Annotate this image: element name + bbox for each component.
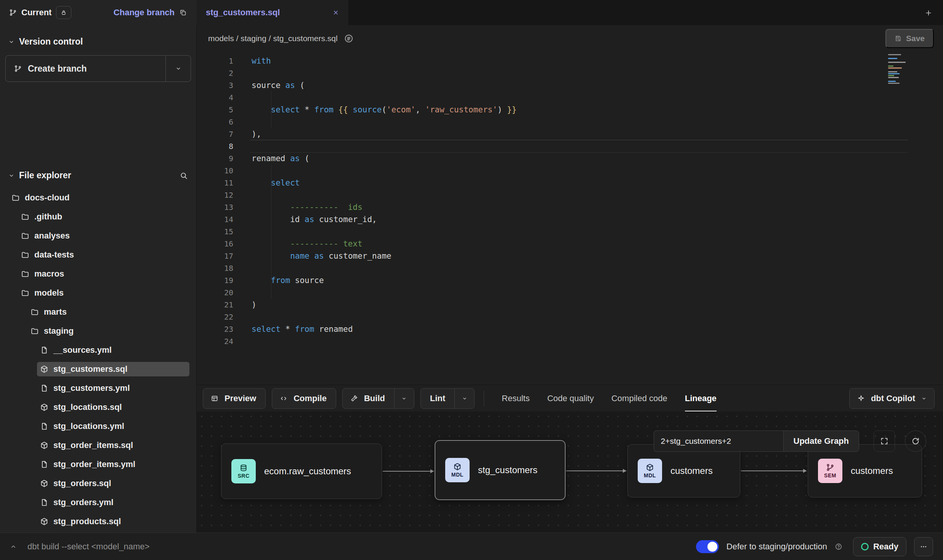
create-branch-dropdown[interactable]	[165, 56, 191, 82]
lineage-selector-input[interactable]	[654, 430, 783, 452]
tab-compiled-code[interactable]: Compiled code	[611, 385, 667, 412]
code-line[interactable]: 6	[197, 116, 943, 128]
line-number: 13	[197, 201, 233, 213]
code-line[interactable]: 20	[197, 286, 943, 299]
more-options-button[interactable]	[914, 537, 933, 556]
lint-dropdown[interactable]	[454, 389, 474, 408]
compile-button[interactable]: Compile	[272, 388, 336, 409]
copy-icon[interactable]	[179, 9, 187, 16]
cube-icon	[40, 403, 48, 411]
code-line[interactable]: 16 ---------- text	[197, 238, 943, 250]
code-line[interactable]: 12	[197, 189, 943, 201]
file-status-icon[interactable]	[344, 34, 354, 43]
code-line[interactable]: 18	[197, 262, 943, 274]
tree-item-content: stg_order_items.yml	[37, 457, 189, 472]
create-branch-main[interactable]: Create branch	[6, 56, 165, 82]
tab-code-quality[interactable]: Code quality	[547, 385, 594, 412]
lineage-node-customers[interactable]: SEMcustomers	[808, 444, 922, 498]
current-branch-label[interactable]: Current	[21, 8, 51, 18]
code-line[interactable]: 17 name as customer_name	[197, 250, 943, 262]
minimap-line	[888, 81, 896, 82]
code-editor[interactable]: 1with23source as (45 select * from {{ so…	[197, 52, 943, 385]
ready-status[interactable]: Ready	[853, 537, 906, 556]
tree-item-stg-products-sql[interactable]: stg_products.sql	[0, 512, 196, 531]
tree-item-staging[interactable]: staging	[0, 322, 196, 341]
defer-toggle[interactable]	[696, 540, 719, 553]
node-label: customers	[670, 466, 713, 476]
code-line[interactable]: 13 ---------- ids	[197, 201, 943, 213]
lineage-node-customers[interactable]: MDLcustomers	[627, 444, 740, 498]
tab-lineage[interactable]: Lineage	[685, 385, 717, 412]
preview-button[interactable]: Preview	[203, 388, 266, 409]
code-line[interactable]: 8	[197, 140, 943, 152]
build-button[interactable]: Build	[343, 389, 394, 408]
minimap[interactable]	[888, 54, 910, 84]
code-line[interactable]: 5 select * from {{ source('ecom', 'raw_c…	[197, 104, 943, 116]
refresh-button[interactable]	[905, 430, 926, 452]
folder-icon	[21, 270, 29, 278]
code-line[interactable]: 3source as (	[197, 79, 943, 91]
tree-item-stg-customers-sql[interactable]: stg_customers.sql	[0, 360, 196, 379]
command-input[interactable]: dbt build --select <model_name>	[27, 542, 149, 552]
copilot-sparkle-icon	[857, 395, 865, 402]
code-line[interactable]: 4	[197, 91, 943, 104]
tree-item-stg-locations-yml[interactable]: stg_locations.yml	[0, 417, 196, 436]
line-number: 23	[197, 323, 233, 335]
new-tab-button[interactable]	[921, 5, 936, 21]
help-icon[interactable]	[835, 543, 842, 550]
lint-button[interactable]: Lint	[421, 389, 454, 408]
tree-item-label: stg_customers.yml	[53, 383, 130, 393]
save-button[interactable]: Save	[885, 29, 934, 48]
code-line[interactable]: 24	[197, 335, 943, 347]
tree-item-analyses[interactable]: analyses	[0, 226, 196, 245]
code-line[interactable]: 2	[197, 67, 943, 79]
search-icon[interactable]	[180, 171, 188, 180]
plus-icon	[925, 9, 932, 17]
code-line[interactable]: 10	[197, 165, 943, 177]
dbt-copilot-button[interactable]: dbt Copilot	[849, 388, 935, 409]
code-line[interactable]: 15	[197, 226, 943, 238]
code-line[interactable]: 7),	[197, 128, 943, 140]
version-control-header[interactable]: Version control	[0, 25, 196, 53]
chevron-up-icon[interactable]	[10, 543, 17, 550]
code-line[interactable]: 14 id as customer_id,	[197, 213, 943, 226]
tree-item-docs-cloud[interactable]: docs-cloud	[0, 188, 196, 207]
tree-item-stg-orders-sql[interactable]: stg_orders.sql	[0, 474, 196, 493]
tab-results[interactable]: Results	[502, 385, 529, 412]
tree-item-stg-locations-sql[interactable]: stg_locations.sql	[0, 398, 196, 417]
tree-item-marts[interactable]: marts	[0, 302, 196, 322]
file-explorer-header[interactable]: File explorer	[0, 164, 196, 187]
tree-item-stg-orders-yml[interactable]: stg_orders.yml	[0, 493, 196, 512]
tree-item--github[interactable]: .github	[0, 207, 196, 226]
tree-item-stg-customers-yml[interactable]: stg_customers.yml	[0, 379, 196, 398]
code-line[interactable]: 21)	[197, 299, 943, 311]
code-line[interactable]: 19 from source	[197, 274, 943, 286]
tree-item-label: stg_locations.sql	[53, 402, 122, 412]
tree-item-stg-order-items-yml[interactable]: stg_order_items.yml	[0, 455, 196, 474]
code-line[interactable]: 1with	[197, 55, 943, 67]
code-line[interactable]: 22	[197, 311, 943, 323]
tree-item-models[interactable]: models	[0, 283, 196, 302]
update-graph-button[interactable]: Update Graph	[783, 430, 859, 452]
tree-item-stg-order-items-sql[interactable]: stg_order_items.sql	[0, 436, 196, 455]
tree-item-data-tests[interactable]: data-tests	[0, 245, 196, 264]
ellipsis-icon	[919, 542, 928, 551]
build-dropdown[interactable]	[394, 389, 414, 408]
code-line[interactable]: 11 select	[197, 177, 943, 189]
tree-item-label: stg_customers.sql	[53, 364, 127, 374]
tree-item-content: docs-cloud	[8, 190, 189, 205]
tree-item-macros[interactable]: macros	[0, 264, 196, 283]
lineage-node-stg-customers[interactable]: MDLstg_customers	[435, 440, 565, 500]
code-line[interactable]: 23select * from renamed	[197, 323, 943, 335]
line-number: 6	[197, 116, 233, 128]
tree-item-content: stg_orders.sql	[37, 476, 189, 491]
code-line[interactable]: 9renamed as (	[197, 152, 943, 165]
tab-stg-customers-sql[interactable]: stg_customers.sql	[197, 0, 348, 25]
change-branch-link[interactable]: Change branch	[114, 8, 175, 18]
fullscreen-button[interactable]	[874, 430, 895, 452]
close-icon[interactable]	[332, 9, 339, 16]
tree-item-content: stg_customers.sql	[37, 362, 189, 376]
lineage-node-ecom-raw-customers[interactable]: SRCecom.raw_customers	[221, 443, 382, 499]
tree-item--sources-yml[interactable]: __sources.yml	[0, 341, 196, 360]
line-number: 2	[197, 67, 233, 79]
